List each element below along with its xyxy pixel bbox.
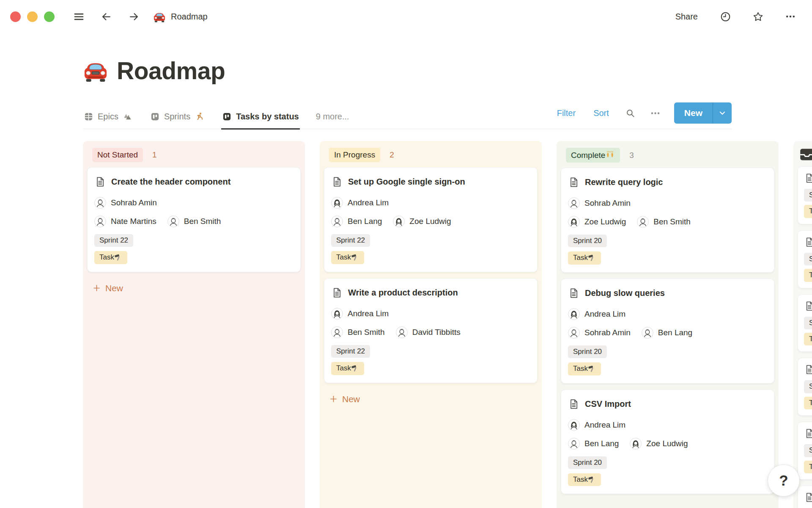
- assignee: Ben Lang: [642, 327, 692, 339]
- assignee: Zoe Ludwig: [630, 438, 688, 450]
- updates-button[interactable]: [718, 9, 733, 24]
- add-card-button[interactable]: New: [86, 278, 302, 298]
- task-card[interactable]: Sprint Task: [798, 230, 812, 288]
- forward-button[interactable]: [126, 9, 141, 24]
- avatar: [637, 216, 649, 228]
- assignee: Ben Smith: [331, 326, 385, 338]
- sprint-tag: Sprint: [804, 444, 812, 457]
- group-count: 1: [152, 150, 157, 160]
- card-title: Create the header component: [111, 176, 230, 187]
- page-icon: [804, 237, 812, 248]
- task-card[interactable]: Set up Google single sign-on Andrea Lim …: [324, 167, 538, 272]
- page-icon: [331, 287, 343, 298]
- task-tag: Task: [568, 362, 601, 375]
- sprint-tag: Sprint 20: [568, 235, 607, 247]
- sort-button[interactable]: Sort: [591, 108, 612, 119]
- help-button[interactable]: ?: [768, 464, 800, 497]
- avatar: [94, 197, 106, 209]
- car-icon: [83, 59, 108, 82]
- avatar: [331, 197, 343, 209]
- task-tag: Task: [804, 333, 812, 345]
- sidebar-menu-button[interactable]: [71, 9, 86, 24]
- view-options-button[interactable]: [649, 107, 661, 119]
- task-card[interactable]: Write a product description Andrea Lim B…: [324, 278, 538, 383]
- board-column-not-started: Not Started 1 Create the header componen…: [83, 141, 305, 508]
- avatar: [642, 327, 653, 339]
- back-button[interactable]: [99, 9, 114, 24]
- traffic-lights: [10, 11, 55, 22]
- new-button[interactable]: New: [674, 102, 713, 124]
- add-card-button[interactable]: New: [323, 389, 538, 409]
- sprint-tag: Sprint: [804, 380, 812, 393]
- minimize-window-button[interactable]: [27, 11, 38, 22]
- hamburger-icon: [73, 11, 85, 22]
- assignee: Sohrab Amin: [94, 197, 157, 209]
- assignee: Sohrab Amin: [568, 197, 631, 209]
- assignee: Ben Smith: [637, 216, 691, 228]
- tray-icon: [798, 147, 812, 162]
- sprint-tag: Sprint: [804, 253, 812, 265]
- close-window-button[interactable]: [10, 11, 21, 22]
- ellipsis-icon: [785, 11, 796, 22]
- task-card[interactable]: Sprint Task: [798, 422, 812, 480]
- hammer-icon: [351, 254, 359, 262]
- hammer-icon: [114, 254, 122, 262]
- favorite-button[interactable]: [751, 9, 765, 24]
- avatar: [568, 197, 580, 209]
- board-icon: [222, 112, 232, 121]
- board-column-partial: Sprint Task Sprint Task Sprint Task Spri…: [793, 141, 812, 508]
- filter-button[interactable]: Filter: [554, 108, 578, 119]
- share-button[interactable]: Share: [673, 11, 700, 22]
- car-icon: [153, 11, 166, 22]
- sprint-tag: Sprint: [804, 189, 812, 202]
- task-card[interactable]: Rewrite query logic Sohrab Amin Zoe Ludw…: [561, 168, 774, 273]
- plus-icon: [92, 284, 101, 293]
- tab-tasks-by-status[interactable]: Tasks by status: [221, 112, 300, 130]
- group-badge[interactable]: Complete: [566, 148, 620, 163]
- tabs-overflow-button[interactable]: 9 more...: [316, 112, 349, 129]
- page-header: Roadmap: [83, 57, 812, 85]
- page-icon: [804, 173, 812, 184]
- task-card[interactable]: Debug slow queries Andrea Lim Sohrab Ami…: [561, 279, 774, 384]
- task-card[interactable]: Sprint Task: [798, 166, 812, 224]
- task-tag: Task: [568, 473, 601, 486]
- mountain-emoji-icon: [123, 112, 132, 121]
- new-dropdown-button[interactable]: [713, 102, 732, 124]
- clock-icon: [720, 11, 731, 22]
- task-card[interactable]: Sprint Task: [798, 486, 812, 508]
- zoom-window-button[interactable]: [44, 11, 55, 22]
- task-tag: Task: [804, 397, 812, 409]
- avatar: [167, 215, 179, 227]
- search-button[interactable]: [624, 107, 636, 119]
- table-icon: [84, 112, 93, 121]
- breadcrumb-label: Roadmap: [171, 12, 208, 22]
- avatar: [568, 216, 580, 228]
- task-card[interactable]: Create the header component Sohrab Amin …: [87, 167, 301, 272]
- board-column-complete: Complete 3 Rewrite query logic Sohrab Am…: [557, 141, 779, 508]
- avatar: [568, 327, 580, 339]
- sprint-tag: Sprint 20: [568, 456, 607, 469]
- assignee: Andrea Lim: [331, 308, 389, 320]
- page-icon: [804, 428, 812, 439]
- avatar: [393, 215, 405, 227]
- task-card[interactable]: Sprint Task: [798, 358, 812, 416]
- hammer-icon: [588, 365, 596, 373]
- board-column-in-progress: In Progress 2 Set up Google single sign-…: [320, 141, 542, 508]
- page-title[interactable]: Roadmap: [117, 57, 225, 85]
- breadcrumb[interactable]: Roadmap: [153, 11, 208, 22]
- view-tabbar: Epics Sprints Tasks by status 9 more... …: [83, 106, 732, 129]
- task-card[interactable]: Sprint Task: [798, 294, 812, 352]
- tab-sprints[interactable]: Sprints: [149, 112, 205, 130]
- page-icon: [568, 287, 579, 299]
- ellipsis-icon: [650, 108, 661, 119]
- group-badge[interactable]: Not Started: [92, 148, 143, 162]
- column-header: Not Started 1: [86, 144, 302, 167]
- tab-epics[interactable]: Epics: [83, 112, 133, 130]
- task-card[interactable]: CSV Import Andrea Lim Ben Lang Zoe Ludwi…: [561, 389, 774, 494]
- window-titlebar: Roadmap Share: [0, 0, 812, 33]
- assignee: Andrea Lim: [568, 308, 625, 320]
- raised-hands-emoji-icon: [605, 150, 615, 160]
- column-header: In Progress 2: [323, 144, 538, 167]
- group-badge[interactable]: In Progress: [329, 148, 380, 162]
- more-options-button[interactable]: [783, 9, 798, 24]
